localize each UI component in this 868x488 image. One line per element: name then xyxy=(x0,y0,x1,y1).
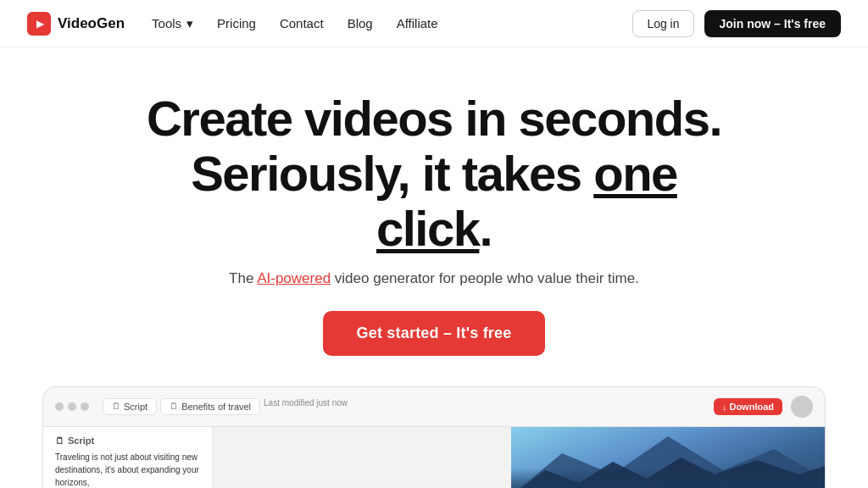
nav-affiliate[interactable]: Affiliate xyxy=(397,16,438,30)
hero-section: Create videos in seconds. Seriously, it … xyxy=(0,47,868,356)
nav-pricing[interactable]: Pricing xyxy=(217,16,256,30)
script-sidebar: 🗒 Script Traveling is not just about vis… xyxy=(43,427,213,488)
hero-title-line1: Create videos in seconds. xyxy=(147,91,721,146)
brand-name: VideoGen xyxy=(58,15,125,32)
app-tabs: 🗒 Script 🗒 Benefits of travel Last modif… xyxy=(103,398,348,415)
dot-maximize xyxy=(81,402,89,411)
tab-benefits[interactable]: 🗒 Benefits of travel xyxy=(160,398,260,415)
cta-button[interactable]: Get started – It's free xyxy=(323,311,546,356)
tools-label: Tools xyxy=(152,16,181,30)
subtitle-before: The xyxy=(229,270,257,286)
script-icon: 🗒 xyxy=(55,435,64,446)
tab-script[interactable]: 🗒 Script xyxy=(103,398,157,415)
window-controls xyxy=(55,402,89,411)
tools-menu[interactable]: Tools ▾ xyxy=(152,16,193,31)
hero-title-line2-before: Seriously, it takes xyxy=(191,146,593,201)
nav-contact[interactable]: Contact xyxy=(280,16,324,30)
app-preview: 🗒 Script 🗒 Benefits of travel Last modif… xyxy=(42,386,826,488)
app-toolbar: 🗒 Script 🗒 Benefits of travel Last modif… xyxy=(43,387,825,427)
subtitle-after: video generator for people who value the… xyxy=(331,270,639,286)
logo-icon xyxy=(27,12,51,36)
join-button[interactable]: Join now – It's free xyxy=(704,10,841,37)
dot-close xyxy=(55,402,64,411)
nav-blog[interactable]: Blog xyxy=(348,16,373,30)
video-preview xyxy=(511,427,825,488)
hero-title-period: . xyxy=(479,201,492,256)
tab-script-label: Script xyxy=(124,402,147,412)
hero-subtitle: The AI-powered video generator for peopl… xyxy=(229,270,639,287)
app-content xyxy=(213,427,825,488)
logo[interactable]: VideoGen xyxy=(27,12,125,36)
ai-powered-link[interactable]: AI-powered xyxy=(257,270,331,286)
svg-marker-0 xyxy=(511,436,825,488)
modified-label: Last modified just now xyxy=(264,398,348,415)
hero-title: Create videos in seconds. Seriously, it … xyxy=(129,92,739,257)
doc-icon-2: 🗒 xyxy=(170,402,178,411)
login-button[interactable]: Log in xyxy=(632,10,693,37)
sidebar-text: Traveling is not just about visiting new… xyxy=(55,451,200,488)
app-body: 🗒 Script Traveling is not just about vis… xyxy=(43,427,825,488)
doc-icon: 🗒 xyxy=(112,402,120,411)
user-avatar xyxy=(791,396,813,418)
tab-benefits-label: Benefits of travel xyxy=(181,402,251,412)
dot-minimize xyxy=(68,402,76,411)
chevron-down-icon: ▾ xyxy=(186,16,193,31)
download-button[interactable]: ↓ Download xyxy=(714,398,782,415)
navigation: VideoGen Tools ▾ Pricing Contact Blog Af… xyxy=(0,0,868,47)
sidebar-script-label: 🗒 Script xyxy=(55,435,200,446)
